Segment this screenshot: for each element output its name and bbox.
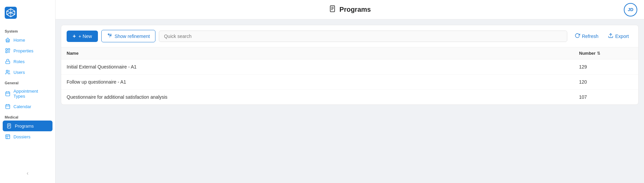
programs-title-icon <box>329 5 336 14</box>
sidebar-collapse: ‹ <box>0 168 55 179</box>
refresh-label: Refresh <box>582 34 599 39</box>
export-icon <box>608 33 613 39</box>
svg-rect-10 <box>6 92 10 96</box>
programs-icon <box>6 123 12 129</box>
roles-label: Roles <box>13 59 25 64</box>
new-button-label: + New <box>78 34 92 39</box>
col-number-text: Number <box>579 51 596 56</box>
new-button[interactable]: + + New <box>67 31 98 42</box>
collapse-button[interactable]: ‹ <box>27 170 28 176</box>
programs-label: Programs <box>15 124 34 129</box>
home-icon <box>5 37 11 43</box>
row-name: Follow up questionnaire - A1 <box>67 79 579 85</box>
export-button[interactable]: Export <box>604 30 633 42</box>
page-title-text: Programs <box>339 6 371 13</box>
sidebar-item-appointment-types[interactable]: Appointment Types <box>0 86 55 101</box>
svg-rect-6 <box>8 49 10 50</box>
page-title: Programs <box>329 5 371 14</box>
row-number: 120 <box>579 79 633 85</box>
svg-point-30 <box>108 34 109 35</box>
export-label: Export <box>615 34 629 39</box>
sidebar: System Home Properties Roles Users Gener… <box>0 0 56 183</box>
app-logo <box>0 4 55 26</box>
main-content: Programs JD + + New <box>56 0 644 183</box>
system-section-label: System <box>0 26 55 35</box>
sidebar-item-programs[interactable]: Programs <box>3 121 52 131</box>
row-name: Questionnaire for additional satisfactio… <box>67 94 579 100</box>
general-section-label: General <box>0 78 55 86</box>
table-row[interactable]: Questionnaire for additional satisfactio… <box>61 90 638 104</box>
users-label: Users <box>13 70 25 75</box>
properties-label: Properties <box>13 48 33 53</box>
sidebar-item-home[interactable]: Home <box>0 35 55 45</box>
refresh-icon <box>575 33 580 39</box>
row-number: 107 <box>579 94 633 100</box>
dossiers-icon <box>5 134 11 140</box>
col-number-header[interactable]: Number ⇅ <box>579 51 633 56</box>
table-row[interactable]: Initial External Questionnaire - A1 129 <box>61 59 638 75</box>
dossiers-label: Dossiers <box>13 134 31 139</box>
page-content: + + New Show refinement <box>56 19 644 183</box>
row-number: 129 <box>579 64 633 70</box>
appointment-types-icon <box>5 91 11 97</box>
appointment-types-label: Appointment Types <box>13 89 50 99</box>
home-label: Home <box>13 38 25 43</box>
svg-rect-22 <box>6 135 10 139</box>
svg-rect-8 <box>6 61 10 63</box>
table-header: Name Number ⇅ <box>61 47 638 59</box>
row-name: Initial External Questionnaire - A1 <box>67 64 579 70</box>
sidebar-item-dossiers[interactable]: Dossiers <box>0 131 55 142</box>
sort-icon: ⇅ <box>597 51 600 56</box>
medical-section-label: Medical <box>0 112 55 121</box>
search-input[interactable] <box>159 31 567 42</box>
toolbar: + + New Show refinement <box>61 25 638 47</box>
sidebar-item-roles[interactable]: Roles <box>0 56 55 67</box>
sidebar-item-users[interactable]: Users <box>0 67 55 78</box>
refinement-icon <box>107 33 112 39</box>
header: Programs JD <box>56 0 644 19</box>
calendar-label: Calendar <box>13 104 31 109</box>
calendar-icon <box>5 103 11 109</box>
svg-point-9 <box>6 70 8 72</box>
svg-point-31 <box>110 35 111 36</box>
roles-icon <box>5 58 11 64</box>
sidebar-item-properties[interactable]: Properties <box>0 45 55 56</box>
svg-rect-7 <box>6 51 7 53</box>
plus-icon: + <box>73 33 76 39</box>
toolbar-right: Refresh Export <box>571 30 633 42</box>
svg-rect-5 <box>6 49 7 50</box>
refresh-button[interactable]: Refresh <box>571 30 603 42</box>
show-refinement-button[interactable]: Show refinement <box>101 30 155 42</box>
show-refinement-label: Show refinement <box>114 34 150 39</box>
user-avatar[interactable]: JD <box>624 3 637 16</box>
svg-rect-14 <box>6 105 10 109</box>
users-icon <box>5 69 11 75</box>
col-name-header: Name <box>67 51 579 56</box>
programs-card: + + New Show refinement <box>61 25 639 105</box>
properties-icon <box>5 48 11 54</box>
table-row[interactable]: Follow up questionnaire - A1 120 <box>61 75 638 90</box>
sidebar-item-calendar[interactable]: Calendar <box>0 101 55 112</box>
